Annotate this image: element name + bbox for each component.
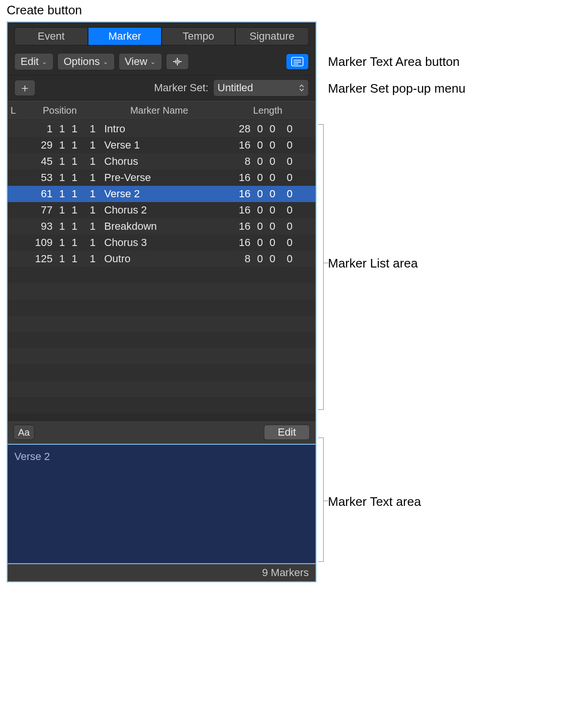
catch-playhead-button[interactable] — [166, 54, 189, 70]
position-cell[interactable]: 109111 — [8, 236, 98, 249]
marker-name-cell[interactable]: Chorus 2 — [98, 204, 220, 216]
bracket-marker-list — [318, 124, 324, 410]
marker-set-row: ＋ Marker Set: Untitled — [8, 75, 316, 101]
bracket-marker-text — [318, 438, 324, 562]
marker-name-cell[interactable]: Chorus — [98, 155, 220, 168]
length-cell[interactable]: 16000 — [220, 139, 316, 151]
chevron-down-icon: ⌄ — [150, 58, 156, 65]
marker-list-area[interactable]: 1111Intro2800029111Verse 11600045111Chor… — [8, 120, 316, 420]
empty-row — [8, 300, 316, 316]
view-menu[interactable]: View ⌄ — [119, 53, 162, 70]
tab-event[interactable]: Event — [14, 27, 88, 45]
callout-marker-text-area: Marker Text area — [328, 494, 421, 509]
position-cell[interactable]: 45111 — [8, 155, 98, 168]
marker-name-cell[interactable]: Verse 2 — [98, 188, 220, 200]
position-cell[interactable]: 1111 — [8, 123, 98, 135]
empty-row — [8, 397, 316, 413]
table-row[interactable]: 29111Verse 116000 — [8, 137, 316, 153]
position-cell[interactable]: 93111 — [8, 220, 98, 233]
position-cell[interactable]: 77111 — [8, 204, 98, 216]
marker-set-label: Marker Set: — [154, 82, 208, 94]
text-panel-icon — [291, 57, 304, 66]
font-button[interactable]: Aa — [13, 425, 34, 440]
tab-signature[interactable]: Signature — [235, 27, 309, 45]
chevron-down-icon: ⌄ — [42, 58, 47, 65]
length-cell[interactable]: 8000 — [220, 253, 316, 265]
table-row[interactable]: 45111Chorus8000 — [8, 153, 316, 170]
options-menu-label: Options — [64, 55, 100, 68]
plus-icon: ＋ — [19, 80, 31, 96]
length-cell[interactable]: 16000 — [220, 188, 316, 200]
table-row[interactable]: 109111Chorus 316000 — [8, 235, 316, 251]
position-cell[interactable]: 29111 — [8, 139, 98, 151]
col-length[interactable]: Length — [220, 101, 316, 120]
table-row[interactable]: 93111Breakdown16000 — [8, 218, 316, 235]
edit-menu-label: Edit — [21, 55, 39, 68]
table-row[interactable]: 1111Intro28000 — [8, 121, 316, 137]
tab-tempo[interactable]: Tempo — [162, 27, 235, 45]
svg-rect-0 — [292, 57, 303, 66]
footer: 9 Markers — [8, 564, 316, 581]
position-cell[interactable]: 53111 — [8, 171, 98, 184]
position-cell[interactable]: 125111 — [8, 253, 98, 265]
empty-row — [8, 381, 316, 397]
table-row[interactable]: 125111Outro8000 — [8, 251, 316, 267]
bracket-tick-text — [324, 501, 328, 501]
marker-set-popup[interactable]: Untitled — [213, 79, 309, 96]
col-lock[interactable]: L — [8, 101, 21, 120]
create-button[interactable]: ＋ — [14, 80, 35, 96]
table-row[interactable]: 61111Verse 216000 — [8, 186, 316, 202]
empty-row — [8, 267, 316, 283]
length-cell[interactable]: 8000 — [220, 155, 316, 168]
col-marker-name[interactable]: Marker Name — [98, 101, 220, 120]
text-area-toolbar: Aa Edit — [8, 420, 316, 444]
bracket-tick-list — [324, 263, 328, 263]
marker-name-cell[interactable]: Intro — [98, 123, 220, 135]
popup-arrows-icon — [299, 84, 305, 92]
options-menu[interactable]: Options ⌄ — [57, 53, 115, 70]
marker-name-cell[interactable]: Outro — [98, 253, 220, 265]
callout-marker-list-area: Marker List area — [328, 256, 418, 271]
edit-text-button[interactable]: Edit — [264, 425, 310, 440]
marker-name-cell[interactable]: Pre-Verse — [98, 171, 220, 184]
marker-name-cell[interactable]: Breakdown — [98, 220, 220, 233]
marker-name-cell[interactable]: Chorus 3 — [98, 236, 220, 249]
toolbar: Edit ⌄ Options ⌄ View ⌄ — [8, 48, 316, 75]
empty-row — [8, 332, 316, 348]
marker-list-panel: Event Marker Tempo Signature Edit ⌄ Opti… — [7, 21, 316, 582]
table-row[interactable]: 77111Chorus 216000 — [8, 202, 316, 218]
position-cell[interactable]: 61111 — [8, 188, 98, 200]
view-menu-label: View — [125, 55, 147, 68]
length-cell[interactable]: 28000 — [220, 123, 316, 135]
tab-marker[interactable]: Marker — [88, 27, 162, 45]
empty-row — [8, 316, 316, 332]
empty-row — [8, 283, 316, 300]
length-cell[interactable]: 16000 — [220, 236, 316, 249]
callout-create-button: Create button — [7, 3, 82, 18]
marker-text-area[interactable]: Verse 2 — [8, 444, 316, 564]
marker-name-cell[interactable]: Verse 1 — [98, 139, 220, 151]
column-headers: L Position Marker Name Length — [8, 101, 316, 120]
empty-row — [8, 348, 316, 364]
marker-set-value: Untitled — [218, 82, 253, 94]
length-cell[interactable]: 16000 — [220, 171, 316, 184]
chevron-down-icon: ⌄ — [103, 58, 109, 65]
length-cell[interactable]: 16000 — [220, 220, 316, 233]
length-cell[interactable]: 16000 — [220, 204, 316, 216]
empty-row — [8, 364, 316, 381]
marker-text-area-button[interactable] — [286, 54, 309, 70]
edit-menu[interactable]: Edit ⌄ — [14, 53, 54, 70]
catch-playhead-icon — [172, 57, 183, 66]
table-row[interactable]: 53111Pre-Verse16000 — [8, 170, 316, 186]
callout-marker-set-popup: Marker Set pop-up menu — [328, 81, 466, 96]
col-position[interactable]: Position — [21, 101, 98, 120]
list-type-tabs: Event Marker Tempo Signature — [8, 22, 316, 48]
marker-count-label: 9 Markers — [262, 567, 309, 579]
callout-marker-text-area-button: Marker Text Area button — [328, 54, 460, 69]
